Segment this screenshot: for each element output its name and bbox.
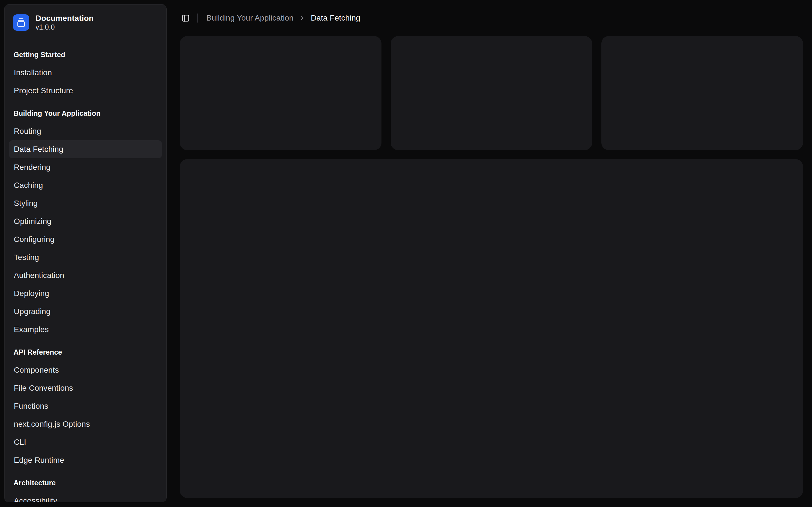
sidebar-item-caching[interactable]: Caching [9, 176, 162, 194]
sidebar-item-styling[interactable]: Styling [9, 194, 162, 212]
sidebar-group-label: Building Your Application [9, 104, 162, 122]
sidebar-group: Getting Started Installation Project Str… [9, 46, 162, 100]
sidebar-group-label: Getting Started [9, 46, 162, 64]
app-logo [13, 14, 29, 31]
sidebar-item-deploying[interactable]: Deploying [9, 284, 162, 302]
sidebar-item-rendering[interactable]: Rendering [9, 158, 162, 176]
sidebar-group-items: Components File Conventions Functions ne… [9, 361, 162, 469]
sidebar-item-configuring[interactable]: Configuring [9, 230, 162, 248]
sidebar-group-items: Routing Data Fetching Rendering Caching … [9, 122, 162, 339]
placeholder-card-row [180, 36, 803, 150]
sidebar-toggle-button[interactable] [177, 10, 193, 26]
sidebar-group-label: API Reference [9, 343, 162, 361]
sidebar-item-components[interactable]: Components [9, 361, 162, 379]
sidebar-item-optimizing[interactable]: Optimizing [9, 212, 162, 230]
breadcrumb-current-page: Data Fetching [311, 13, 360, 22]
sidebar-item-edge-runtime[interactable]: Edge Runtime [9, 451, 162, 469]
sidebar-item-accessibility[interactable]: Accessibility [9, 492, 162, 502]
app-title: Documentation [36, 14, 94, 22]
app-version: v1.0.0 [36, 24, 94, 31]
sidebar-item-installation[interactable]: Installation [9, 64, 162, 82]
sidebar-item-file-conventions[interactable]: File Conventions [9, 379, 162, 397]
chevron-right-icon [299, 15, 305, 21]
gallery-vertical-end-icon [17, 18, 26, 27]
sidebar-item-upgrading[interactable]: Upgrading [9, 302, 162, 321]
sidebar-group-items: Installation Project Structure [9, 64, 162, 100]
sidebar-group-items: Accessibility [9, 492, 162, 502]
sidebar-group-label: Architecture [9, 474, 162, 492]
placeholder-card [601, 36, 803, 150]
placeholder-card [391, 36, 592, 150]
page-content [180, 36, 803, 498]
sidebar-title-block: Documentation v1.0.0 [36, 14, 94, 31]
sidebar-nav: Getting Started Installation Project Str… [9, 46, 162, 502]
sidebar-item-routing[interactable]: Routing [9, 122, 162, 140]
sidebar-header-button[interactable]: Documentation v1.0.0 [9, 9, 162, 36]
sidebar-item-project-structure[interactable]: Project Structure [9, 82, 162, 100]
main-area: Building Your Application Data Fetching [171, 0, 812, 507]
panel-left-icon [182, 14, 190, 22]
breadcrumb: Building Your Application Data Fetching [206, 13, 360, 22]
sidebar-item-examples[interactable]: Examples [9, 321, 162, 339]
placeholder-card [180, 36, 382, 150]
placeholder-card-large [180, 159, 803, 498]
sidebar-group: Building Your Application Routing Data F… [9, 104, 162, 339]
sidebar-group: API Reference Components File Convention… [9, 343, 162, 469]
sidebar-item-data-fetching[interactable]: Data Fetching [9, 140, 162, 158]
breadcrumb-parent-link[interactable]: Building Your Application [206, 13, 294, 22]
sidebar-item-testing[interactable]: Testing [9, 248, 162, 267]
sidebar-item-next-config-js-options[interactable]: next.config.js Options [9, 415, 162, 433]
sidebar-item-cli[interactable]: CLI [9, 433, 162, 451]
sidebar: Documentation v1.0.0 Getting Started Ins… [4, 4, 167, 502]
sidebar-group: Architecture Accessibility [9, 474, 162, 502]
sidebar-item-functions[interactable]: Functions [9, 397, 162, 415]
app-root: Documentation v1.0.0 Getting Started Ins… [0, 0, 812, 507]
topbar: Building Your Application Data Fetching [180, 0, 803, 36]
sidebar-item-authentication[interactable]: Authentication [9, 267, 162, 284]
topbar-separator [197, 13, 198, 22]
